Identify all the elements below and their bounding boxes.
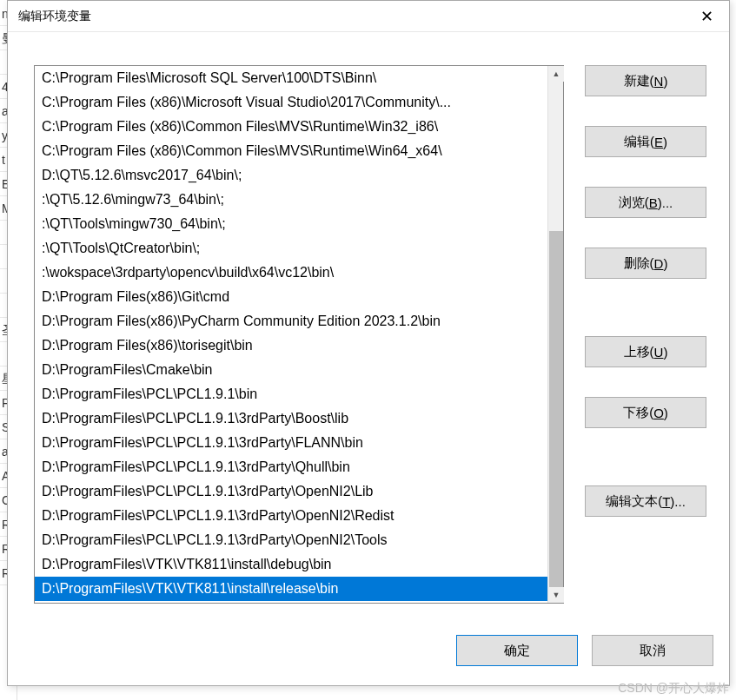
- dialog-body: C:\Program Files\Microsoft SQL Server\10…: [8, 32, 729, 685]
- side-buttons: 新建(N) 编辑(E) 浏览(B)... 删除(D) 上移(U) 下移(O) 编…: [564, 65, 713, 619]
- list-item[interactable]: D:\QT\5.12.6\msvc2017_64\bin\;: [35, 163, 547, 188]
- list-item[interactable]: D:\ProgramFiles\PCL\PCL1.9.1\3rdParty\FL…: [35, 431, 547, 455]
- list-item[interactable]: D:\ProgramFiles\Cmake\bin: [35, 358, 547, 382]
- delete-button[interactable]: 删除(D): [585, 248, 706, 279]
- list-item[interactable]: D:\ProgramFiles\VTK\VTK811\install\debug…: [35, 552, 547, 577]
- list-item[interactable]: :\QT\5.12.6\mingw73_64\bin\;: [35, 188, 547, 212]
- list-item[interactable]: D:\ProgramFiles\VTK\VTK811\install\relea…: [35, 577, 547, 601]
- dialog-footer: 确定 取消: [8, 626, 729, 685]
- titlebar[interactable]: 编辑环境变量 ✕: [8, 1, 729, 32]
- scrollbar[interactable]: ▲ ▼: [547, 66, 563, 603]
- path-listbox[interactable]: C:\Program Files\Microsoft SQL Server\10…: [35, 66, 547, 603]
- move-down-button[interactable]: 下移(O): [585, 397, 706, 428]
- close-button[interactable]: ✕: [693, 4, 720, 29]
- list-item[interactable]: D:\ProgramFiles\PCL\PCL1.9.1\3rdParty\Op…: [35, 479, 547, 504]
- new-button[interactable]: 新建(N): [585, 65, 706, 96]
- list-item[interactable]: D:\Program Files(x86)\Git\cmd: [35, 285, 547, 309]
- list-item[interactable]: D:\ProgramFiles\PCL\PCL1.9.1\3rdParty\Op…: [35, 504, 547, 528]
- list-item[interactable]: :\QT\Tools\mingw730_64\bin\;: [35, 212, 547, 236]
- main-area: C:\Program Files\Microsoft SQL Server\10…: [8, 32, 729, 626]
- dialog-title: 编辑环境变量: [18, 9, 91, 24]
- list-item[interactable]: C:\Program Files (x86)\Common Files\MVS\…: [35, 115, 547, 139]
- list-item[interactable]: C:\Program Files\Microsoft SQL Server\10…: [35, 66, 547, 90]
- scroll-up-arrow[interactable]: ▲: [548, 66, 564, 82]
- list-item[interactable]: D:\ProgramFiles\PCL\PCL1.9.1\3rdParty\Bo…: [35, 406, 547, 431]
- scroll-down-arrow[interactable]: ▼: [548, 587, 564, 603]
- browse-button[interactable]: 浏览(B)...: [585, 187, 706, 218]
- cancel-button[interactable]: 取消: [592, 635, 713, 666]
- list-item[interactable]: D:\ProgramFiles\PCL\PCL1.9.1\3rdParty\Op…: [35, 528, 547, 552]
- edit-text-button[interactable]: 编辑文本(T)...: [585, 485, 706, 517]
- list-item[interactable]: D:\Program Files(x86)\PyCharm Community …: [35, 309, 547, 333]
- list-item[interactable]: :\wokspace\3rdparty\opencv\build\x64\vc1…: [35, 261, 547, 285]
- edit-button[interactable]: 编辑(E): [585, 126, 706, 157]
- list-item[interactable]: D:\Program Files(x86)\torisegit\bin: [35, 333, 547, 358]
- list-item[interactable]: :\QT\Tools\QtCreator\bin\;: [35, 236, 547, 261]
- path-listbox-wrap: C:\Program Files\Microsoft SQL Server\10…: [34, 65, 564, 604]
- list-item[interactable]: C:\Program Files (x86)\Microsoft Visual …: [35, 90, 547, 115]
- list-item[interactable]: C:\Program Files (x86)\Common Files\MVS\…: [35, 139, 547, 163]
- edit-env-var-dialog: 编辑环境变量 ✕ C:\Program Files\Microsoft SQL …: [7, 0, 730, 686]
- move-up-button[interactable]: 上移(U): [585, 336, 706, 367]
- ok-button[interactable]: 确定: [456, 635, 578, 666]
- scroll-thumb[interactable]: [549, 231, 563, 587]
- list-item[interactable]: D:\ProgramFiles\PCL\PCL1.9.1\bin: [35, 382, 547, 406]
- list-item[interactable]: D:\ProgramFiles\PCL\PCL1.9.1\3rdParty\Qh…: [35, 455, 547, 479]
